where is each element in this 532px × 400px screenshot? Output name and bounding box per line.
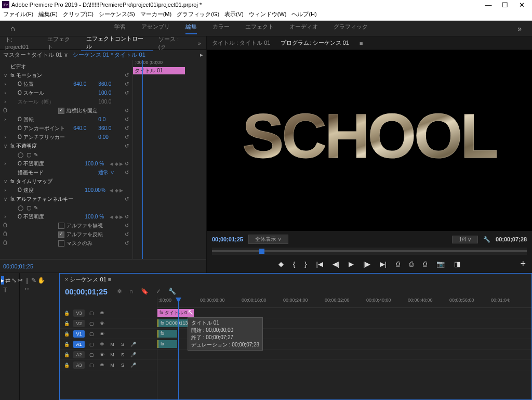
menu-item[interactable]: 表示(V) (224, 10, 244, 19)
sequence-tab[interactable]: シーケンス 01 (70, 276, 106, 283)
effect-property-row[interactable]: Öアルファを反転↺ (0, 230, 132, 239)
track-header[interactable]: 🔒V1▢👁 (60, 329, 157, 339)
transport-button[interactable]: |◀ (316, 260, 323, 268)
effect-property-row[interactable]: Öマスクのみ↺ (0, 239, 132, 248)
effect-property-row[interactable]: Ö縦横比を固定↺ (0, 106, 132, 115)
workspace-tab[interactable]: グラフィック (334, 23, 368, 34)
transport-button[interactable]: ⎙ (423, 260, 427, 268)
effect-property-row[interactable]: ›Ö 不透明度100.0 % ◀ ◆ ▶ ↺ (0, 212, 132, 221)
sync-lock-icon[interactable]: ✓ (156, 288, 161, 295)
snap-icon[interactable]: ❄ (117, 288, 122, 295)
track-header[interactable]: 🔒A2▢👁MS🎤 (60, 350, 157, 360)
video-monitor[interactable]: SCHOOL (207, 50, 532, 231)
effect-property-row[interactable]: ビデオ (0, 62, 132, 71)
current-time[interactable]: 00;00;01;25 (212, 236, 243, 242)
maximize-button[interactable]: ☐ (497, 1, 513, 9)
panel-tab[interactable]: エフェクト (42, 35, 81, 51)
workspace-tab[interactable]: アセンブリ (141, 23, 170, 34)
effect-property-row[interactable]: ∨fx アルファチャンネルキー↺ (0, 195, 132, 203)
menu-item[interactable]: クリップ(C) (63, 10, 94, 19)
close-button[interactable]: ✕ (513, 1, 530, 9)
ec-playhead[interactable] (142, 60, 143, 259)
ec-mini-ruler[interactable]: ;00;00 ;00;00 (133, 60, 206, 67)
workspace-tab[interactable]: オーディオ (289, 23, 318, 34)
program-scrubber[interactable] (212, 248, 527, 255)
effect-property-row[interactable]: ∨fx タイムリマップ (0, 177, 132, 186)
effect-property-row[interactable]: 描画モード通常 ∨↺ (0, 168, 132, 177)
effect-property-row[interactable]: Öアルファを無視↺ (0, 221, 132, 230)
tool-button[interactable]: ▸ (1, 276, 4, 285)
track-header[interactable]: 🔒V3▢👁 (60, 308, 157, 318)
more-workspaces-button[interactable]: » (517, 24, 522, 33)
workspace-tab[interactable]: 学習 (114, 23, 126, 34)
track-lane[interactable] (157, 360, 531, 370)
more-tabs-icon[interactable]: » (193, 40, 206, 46)
track-lane[interactable] (157, 350, 531, 360)
ec-timecode[interactable]: 00;00;01;25 (0, 259, 206, 273)
menu-item[interactable]: 編集(E) (38, 10, 58, 19)
transport-button[interactable]: ▶ (349, 260, 354, 268)
timeline-clip[interactable]: fx DC00 (157, 330, 177, 338)
wrench2-icon[interactable]: 🔧 (168, 288, 176, 295)
timeline-timecode[interactable]: 00;00;01;25 (65, 287, 108, 296)
transport-button[interactable]: ▶| (380, 260, 387, 268)
tool-button[interactable]: ⇄ (5, 276, 10, 285)
add-button-icon[interactable]: + (520, 259, 526, 269)
home-icon[interactable]: ⌂ (10, 24, 21, 33)
program-tab[interactable]: プログラム: シーケンス 01 (281, 39, 349, 47)
transport-button[interactable]: { (293, 260, 295, 268)
effect-property-row[interactable]: ›スケール（幅）100.0 (0, 97, 132, 106)
effect-property-row[interactable]: ◯ ▢ ✎ (0, 203, 132, 212)
transport-button[interactable]: 📷 (436, 260, 445, 268)
workspace-tab[interactable]: 編集 (185, 23, 197, 34)
time-ruler[interactable]: ;00;0000;00;08;0000;00;16;0000;00;24;000… (157, 298, 531, 308)
tool-button[interactable]: T (1, 286, 9, 294)
panel-menu-icon[interactable]: ≡ (360, 40, 363, 46)
effect-property-row[interactable]: ›Ö 不透明度100.0 % ◀ ◆ ▶ ↺ (0, 159, 132, 168)
effect-property-row[interactable]: Ö アンカーポイント640.0360.0↺ (0, 124, 132, 133)
effect-property-row[interactable]: ∨fx モーション↺ (0, 71, 132, 80)
workspace-tab[interactable]: エフェクト (245, 23, 274, 34)
effect-property-row[interactable]: ›Ö 回転0.0↺ (0, 115, 132, 124)
menu-item[interactable]: シーケンス(S) (99, 10, 135, 19)
timeline-playhead[interactable] (178, 298, 179, 399)
tool-button[interactable]: ⤡ (11, 276, 17, 285)
transport-button[interactable]: ◆ (278, 260, 284, 268)
track-lane[interactable]: fx タイトル 0 (157, 308, 531, 318)
effect-property-row[interactable]: ›Ö スケール100.0↺ (0, 88, 132, 97)
panel-tab[interactable]: ト: project01 (0, 36, 42, 50)
wrench-icon[interactable]: 🔧 (483, 236, 490, 243)
ec-clip-bar[interactable]: タイトル 01 (133, 67, 185, 74)
menu-item[interactable]: グラフィック(G) (177, 10, 219, 19)
zoom-dropdown[interactable]: 1/4 ∨ (452, 236, 478, 243)
transport-button[interactable]: |▶ (363, 260, 370, 268)
fit-dropdown[interactable]: 全体表示 ∨ (248, 235, 288, 244)
track-header[interactable]: 🔒A3▢👁MS🎤 (60, 360, 157, 370)
transport-button[interactable]: ⎙ (409, 260, 414, 268)
transport-button[interactable]: } (304, 260, 307, 268)
source-tab[interactable]: タイトル : タイトル 01 (212, 39, 270, 47)
menu-item[interactable]: マーカー(M) (140, 10, 172, 19)
menu-item[interactable]: ヘルプ(H) (291, 10, 316, 19)
menu-item[interactable]: ウィンドウ(W) (249, 10, 287, 19)
linked-sel-icon[interactable]: ∩ (129, 288, 134, 295)
minimize-button[interactable]: — (480, 1, 497, 9)
transport-button[interactable]: ⎙ (396, 260, 400, 268)
sequence-clip-label[interactable]: シーケンス 01 * タイトル 01 (73, 51, 145, 59)
scrub-playhead[interactable] (259, 249, 264, 254)
menu-item[interactable]: ファイル(F) (3, 10, 33, 19)
effect-property-row[interactable]: ›Ö 位置640.0360.0↺ (0, 80, 132, 88)
track-header[interactable]: 🔒A1▢👁MS🎤 (60, 339, 157, 350)
marker-icon[interactable]: 🔖 (141, 288, 149, 295)
panel-tab[interactable]: エフェクトコントロール (81, 35, 153, 51)
effect-property-row[interactable]: ›Ö アンチフリッカー0.00↺ (0, 133, 132, 141)
effect-property-row[interactable]: ›Ö 速度100.00% ◀ ◆ ▶ (0, 186, 132, 195)
transport-button[interactable]: ◀| (332, 260, 339, 268)
panel-tab[interactable]: ソース : (ク (153, 35, 193, 51)
timeline-clip[interactable]: fx DC00 (157, 340, 177, 348)
track-header[interactable]: 🔒V2▢👁 (60, 318, 157, 329)
workspace-tab[interactable]: カラー (212, 23, 230, 34)
effect-property-row[interactable]: ◯ ▢ ✎ (0, 150, 132, 159)
transport-button[interactable]: ◨ (454, 260, 460, 268)
effect-property-row[interactable]: ∨fx 不透明度↺ (0, 141, 132, 150)
